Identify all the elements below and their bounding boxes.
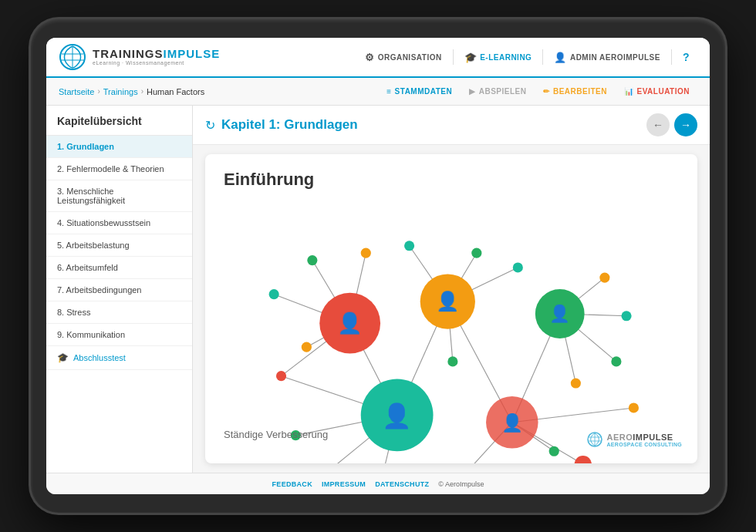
nav-admin[interactable]: 👤 Admin Aeroimpulse <box>546 49 668 66</box>
sidebar-item-4[interactable]: 4. Situationsbewusstsein <box>46 212 192 234</box>
svg-point-41 <box>276 371 286 381</box>
svg-point-38 <box>571 378 581 388</box>
sidebar-title: Kapitelübersicht <box>46 106 192 136</box>
svg-text:👤: 👤 <box>436 290 460 313</box>
brand-first: TRAININGS <box>93 47 164 60</box>
refresh-icon: ↻ <box>205 118 215 133</box>
svg-text:👤: 👤 <box>549 304 570 324</box>
svg-point-35 <box>599 273 609 283</box>
bearbeiten-label: Bearbeiten <box>553 87 607 96</box>
footer-copyright: © AeroImpulse <box>438 480 484 488</box>
evaluation-label: Evaluation <box>636 87 690 96</box>
svg-point-32 <box>404 241 414 251</box>
stammdaten-icon: ≡ <box>386 87 391 96</box>
evaluation-icon: 📊 <box>624 87 634 96</box>
tablet-screen: TRAININGSIMPULSE eLearning · Wissensmana… <box>46 38 710 494</box>
network-diagram: 👤 👤 👤 👤 <box>205 197 697 463</box>
slide-title: Einführung <box>224 170 679 190</box>
footer-feedback[interactable]: FEEDBACK <box>272 480 312 488</box>
nav-organisation[interactable]: ⚙ Organisation <box>357 49 450 66</box>
svg-point-46 <box>302 342 312 352</box>
breadcrumb-actions: ≡ Stammdaten ▶ Abspielen ✏ Bearbeiten 📊 … <box>379 84 697 99</box>
breadcrumb-sep-1: › <box>97 87 100 96</box>
header-nav: ⚙ Organisation 🎓 E-Learning 👤 Admin Aero… <box>357 48 697 66</box>
svg-point-47 <box>447 356 457 366</box>
prev-button[interactable]: ← <box>646 113 670 136</box>
sidebar-item-8-label: 8. Stress <box>57 308 90 317</box>
footer-impressum[interactable]: IMPRESSUM <box>322 480 366 488</box>
breadcrumb-trainings[interactable]: Trainings <box>103 87 138 96</box>
svg-point-37 <box>611 356 621 366</box>
graduation-icon: 🎓 <box>464 52 478 63</box>
sidebar-item-3[interactable]: 3. Menschliche Leistungsfähigkeit <box>46 180 192 212</box>
sidebar-item-1-label: 1. Grundlagen <box>57 142 114 151</box>
next-button[interactable]: → <box>674 113 697 136</box>
content-area: ↻ Kapitel 1: Grundlagen ← → Einführung <box>193 106 710 473</box>
nav-elearning-label: E-Learning <box>480 53 532 62</box>
breadcrumb-bar: Startseite › Trainings › Human Factors ≡… <box>46 78 710 106</box>
sidebar-item-5[interactable]: 5. Arbeitsbelastung <box>46 234 192 257</box>
sidebar-item-2[interactable]: 2. Fehlermodelle & Theorien <box>46 158 192 180</box>
breadcrumb-sep-2: › <box>141 87 143 96</box>
sidebar-item-5-label: 5. Arbeitsbelastung <box>57 241 130 250</box>
sidebar-item-abschluss[interactable]: 🎓 Abschlusstest <box>46 346 192 370</box>
main-content: Kapitelübersicht 1. Grundlagen 2. Fehler… <box>46 106 710 473</box>
logo-text: TRAININGSIMPULSE eLearning · Wissensmana… <box>93 48 220 66</box>
gear-icon: ⚙ <box>365 52 375 63</box>
footer: FEEDBACK IMPRESSUM DATENSCHUTZ © AeroImp… <box>46 473 710 494</box>
svg-point-48 <box>629 402 639 412</box>
logo-area: TRAININGSIMPULSE eLearning · Wissensmana… <box>59 43 220 71</box>
tablet-frame: TRAININGSIMPULSE eLearning · Wissensmana… <box>31 19 725 513</box>
brand-sub: eLearning · Wissensmanagement <box>93 60 220 66</box>
user-icon: 👤 <box>554 52 567 63</box>
slide-subtitle: Ständige Verbesserung <box>224 429 328 440</box>
abschluss-icon: 🎓 <box>57 352 69 363</box>
nav-organisation-label: Organisation <box>378 53 442 62</box>
content-header: ↻ Kapitel 1: Grundlagen ← → <box>193 106 710 145</box>
aeroimpulse-text: AEROIMPULSE AEROSPACE CONSULTING <box>606 433 682 447</box>
abspielen-label: Abspielen <box>479 87 527 96</box>
sidebar-item-6-label: 6. Arbeitsumfeld <box>57 263 118 272</box>
svg-point-30 <box>307 255 317 265</box>
aeroimpulse-icon <box>586 431 603 448</box>
svg-point-40 <box>574 456 592 463</box>
stammdaten-label: Stammdaten <box>395 87 453 96</box>
sidebar-item-6[interactable]: 6. Arbeitsumfeld <box>46 257 192 279</box>
action-bearbeiten[interactable]: ✏ Bearbeiten <box>535 84 615 99</box>
sidebar: Kapitelübersicht 1. Grundlagen 2. Fehler… <box>46 106 193 473</box>
slide-container: Einführung <box>205 154 697 463</box>
footer-datenschutz[interactable]: DATENSCHUTZ <box>375 480 429 488</box>
brand-second: IMPULSE <box>164 47 221 60</box>
action-abspielen[interactable]: ▶ Abspielen <box>461 84 534 99</box>
sidebar-list: 1. Grundlagen 2. Fehlermodelle & Theorie… <box>46 136 192 473</box>
sidebar-item-3-label: 3. Menschliche Leistungsfähigkeit <box>57 187 181 205</box>
sidebar-item-abschluss-label: Abschlusstest <box>73 353 126 362</box>
action-stammdaten[interactable]: ≡ Stammdaten <box>379 84 460 99</box>
breadcrumb: Startseite › Trainings › Human Factors <box>59 87 204 96</box>
header: TRAININGSIMPULSE eLearning · Wissensmana… <box>46 38 710 78</box>
logo-icon <box>59 43 86 71</box>
svg-text:👤: 👤 <box>382 402 412 430</box>
sidebar-item-9[interactable]: 9. Kommunikation <box>46 324 192 346</box>
sidebar-item-2-label: 2. Fehlermodelle & Theorien <box>57 164 164 173</box>
svg-point-31 <box>361 248 371 258</box>
svg-text:👤: 👤 <box>501 412 524 433</box>
svg-text:👤: 👤 <box>337 311 363 335</box>
breadcrumb-startseite[interactable]: Startseite <box>59 87 94 96</box>
action-evaluation[interactable]: 📊 Evaluation <box>616 84 697 99</box>
sidebar-item-8[interactable]: 8. Stress <box>46 301 192 324</box>
svg-point-39 <box>549 446 559 456</box>
sidebar-item-7[interactable]: 7. Arbeitsbedingungen <box>46 279 192 301</box>
nav-help[interactable]: ? <box>675 48 697 66</box>
nav-admin-label: Admin Aeroimpulse <box>570 53 660 62</box>
svg-point-33 <box>471 248 481 258</box>
sidebar-item-1[interactable]: 1. Grundlagen <box>46 136 192 158</box>
chapter-title: Kapitel 1: Grundlagen <box>221 117 640 133</box>
svg-point-36 <box>621 311 631 321</box>
svg-point-34 <box>513 262 523 272</box>
sidebar-item-9-label: 9. Kommunikation <box>57 330 125 339</box>
brand-name: TRAININGSIMPULSE <box>93 48 220 61</box>
aeroimpulse-watermark: AEROIMPULSE AEROSPACE CONSULTING <box>586 431 682 448</box>
nav-elearning[interactable]: 🎓 E-Learning <box>457 49 540 66</box>
sidebar-item-7-label: 7. Arbeitsbedingungen <box>57 285 141 295</box>
